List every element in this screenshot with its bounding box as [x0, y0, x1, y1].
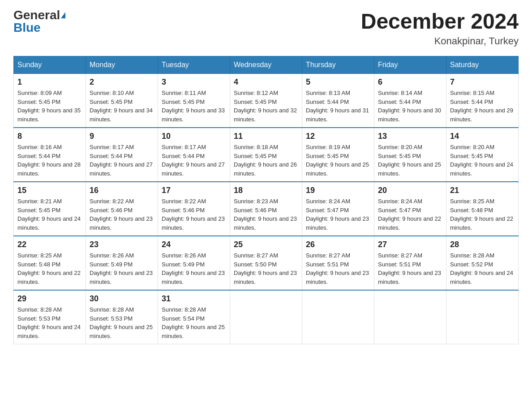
calendar-header-row: SundayMondayTuesdayWednesdayThursdayFrid… [14, 56, 519, 74]
day-number: 9 [90, 132, 154, 141]
day-info: Sunrise: 8:26 AMSunset: 5:49 PMDaylight:… [162, 251, 226, 286]
calendar-day-cell: 4Sunrise: 8:12 AMSunset: 5:45 PMDaylight… [230, 74, 302, 128]
day-info: Sunrise: 8:27 AMSunset: 5:51 PMDaylight:… [306, 251, 370, 286]
day-number: 28 [450, 240, 515, 249]
calendar-week-row: 15Sunrise: 8:21 AMSunset: 5:45 PMDayligh… [14, 182, 519, 236]
calendar-day-cell: 11Sunrise: 8:18 AMSunset: 5:45 PMDayligh… [230, 128, 302, 182]
day-number: 4 [234, 77, 298, 87]
calendar-day-cell: 31Sunrise: 8:28 AMSunset: 5:54 PMDayligh… [158, 290, 230, 344]
day-number: 22 [17, 240, 82, 249]
calendar-day-cell: 22Sunrise: 8:25 AMSunset: 5:48 PMDayligh… [14, 236, 86, 290]
weekday-header: Wednesday [230, 56, 302, 74]
day-info: Sunrise: 8:22 AMSunset: 5:46 PMDaylight:… [90, 197, 154, 232]
calendar-day-cell: 21Sunrise: 8:25 AMSunset: 5:48 PMDayligh… [446, 182, 519, 236]
logo-triangle-icon [61, 12, 65, 18]
day-info: Sunrise: 8:11 AMSunset: 5:45 PMDaylight:… [162, 89, 226, 124]
day-number: 11 [234, 132, 298, 141]
day-number: 29 [17, 294, 82, 304]
calendar-week-row: 29Sunrise: 8:28 AMSunset: 5:53 PMDayligh… [14, 290, 519, 344]
day-number: 10 [162, 132, 226, 141]
day-info: Sunrise: 8:22 AMSunset: 5:46 PMDaylight:… [162, 197, 226, 232]
location-subtitle: Konakpinar, Turkey [361, 35, 519, 47]
day-info: Sunrise: 8:24 AMSunset: 5:47 PMDaylight:… [306, 197, 370, 232]
calendar-day-cell: 19Sunrise: 8:24 AMSunset: 5:47 PMDayligh… [302, 182, 374, 236]
day-info: Sunrise: 8:21 AMSunset: 5:45 PMDaylight:… [17, 197, 82, 232]
day-number: 7 [450, 77, 515, 87]
day-number: 19 [306, 186, 370, 195]
calendar-day-cell: 13Sunrise: 8:20 AMSunset: 5:45 PMDayligh… [374, 128, 446, 182]
day-number: 18 [234, 186, 298, 195]
day-info: Sunrise: 8:17 AMSunset: 5:44 PMDaylight:… [162, 143, 226, 178]
day-number: 13 [378, 132, 442, 141]
calendar-day-cell: 25Sunrise: 8:27 AMSunset: 5:50 PMDayligh… [230, 236, 302, 290]
day-number: 3 [162, 77, 226, 87]
day-info: Sunrise: 8:28 AMSunset: 5:54 PMDaylight:… [162, 305, 226, 340]
day-info: Sunrise: 8:25 AMSunset: 5:48 PMDaylight:… [17, 251, 82, 286]
calendar-day-cell: 9Sunrise: 8:17 AMSunset: 5:44 PMDaylight… [86, 128, 158, 182]
weekday-header: Monday [86, 56, 158, 74]
day-info: Sunrise: 8:28 AMSunset: 5:52 PMDaylight:… [450, 251, 515, 286]
day-info: Sunrise: 8:15 AMSunset: 5:44 PMDaylight:… [450, 89, 515, 124]
weekday-header: Thursday [302, 56, 374, 74]
calendar-day-cell: 24Sunrise: 8:26 AMSunset: 5:49 PMDayligh… [158, 236, 230, 290]
day-number: 21 [450, 186, 515, 195]
calendar-day-cell: 14Sunrise: 8:20 AMSunset: 5:45 PMDayligh… [446, 128, 519, 182]
calendar-day-cell: 20Sunrise: 8:24 AMSunset: 5:47 PMDayligh… [374, 182, 446, 236]
day-info: Sunrise: 8:10 AMSunset: 5:45 PMDaylight:… [90, 89, 154, 124]
calendar-day-cell [230, 290, 302, 344]
calendar-week-row: 8Sunrise: 8:16 AMSunset: 5:44 PMDaylight… [14, 128, 519, 182]
calendar-table: SundayMondayTuesdayWednesdayThursdayFrid… [13, 56, 519, 344]
logo-blue-text: Blue [13, 21, 41, 34]
day-number: 2 [90, 77, 154, 87]
logo-general-text: General [13, 9, 60, 21]
day-info: Sunrise: 8:20 AMSunset: 5:45 PMDaylight:… [450, 143, 515, 178]
calendar-day-cell: 12Sunrise: 8:19 AMSunset: 5:45 PMDayligh… [302, 128, 374, 182]
calendar-day-cell: 17Sunrise: 8:22 AMSunset: 5:46 PMDayligh… [158, 182, 230, 236]
calendar-day-cell: 30Sunrise: 8:28 AMSunset: 5:53 PMDayligh… [86, 290, 158, 344]
title-section: December 2024 Konakpinar, Turkey [361, 9, 519, 47]
calendar-day-cell: 3Sunrise: 8:11 AMSunset: 5:45 PMDaylight… [158, 74, 230, 128]
calendar-day-cell: 28Sunrise: 8:28 AMSunset: 5:52 PMDayligh… [446, 236, 519, 290]
calendar-day-cell [374, 290, 446, 344]
day-info: Sunrise: 8:26 AMSunset: 5:49 PMDaylight:… [90, 251, 154, 286]
weekday-header: Saturday [446, 56, 519, 74]
logo: General Blue [13, 9, 65, 34]
weekday-header: Friday [374, 56, 446, 74]
day-info: Sunrise: 8:19 AMSunset: 5:45 PMDaylight:… [306, 143, 370, 178]
day-info: Sunrise: 8:27 AMSunset: 5:51 PMDaylight:… [378, 251, 442, 286]
day-info: Sunrise: 8:28 AMSunset: 5:53 PMDaylight:… [90, 305, 154, 340]
day-number: 14 [450, 132, 515, 141]
page-header: General Blue December 2024 Konakpinar, T… [13, 9, 519, 47]
calendar-day-cell: 8Sunrise: 8:16 AMSunset: 5:44 PMDaylight… [14, 128, 86, 182]
day-info: Sunrise: 8:23 AMSunset: 5:46 PMDaylight:… [234, 197, 298, 232]
calendar-day-cell: 15Sunrise: 8:21 AMSunset: 5:45 PMDayligh… [14, 182, 86, 236]
day-info: Sunrise: 8:09 AMSunset: 5:45 PMDaylight:… [17, 89, 82, 124]
day-number: 31 [162, 294, 226, 304]
day-number: 1 [17, 77, 82, 87]
calendar-week-row: 22Sunrise: 8:25 AMSunset: 5:48 PMDayligh… [14, 236, 519, 290]
calendar-day-cell: 23Sunrise: 8:26 AMSunset: 5:49 PMDayligh… [86, 236, 158, 290]
calendar-day-cell: 7Sunrise: 8:15 AMSunset: 5:44 PMDaylight… [446, 74, 519, 128]
day-info: Sunrise: 8:20 AMSunset: 5:45 PMDaylight:… [378, 143, 442, 178]
day-info: Sunrise: 8:28 AMSunset: 5:53 PMDaylight:… [17, 305, 82, 340]
day-info: Sunrise: 8:24 AMSunset: 5:47 PMDaylight:… [378, 197, 442, 232]
day-info: Sunrise: 8:12 AMSunset: 5:45 PMDaylight:… [234, 89, 298, 124]
calendar-day-cell: 18Sunrise: 8:23 AMSunset: 5:46 PMDayligh… [230, 182, 302, 236]
day-number: 12 [306, 132, 370, 141]
day-number: 5 [306, 77, 370, 87]
day-number: 25 [234, 240, 298, 249]
day-info: Sunrise: 8:17 AMSunset: 5:44 PMDaylight:… [90, 143, 154, 178]
day-number: 23 [90, 240, 154, 249]
day-info: Sunrise: 8:25 AMSunset: 5:48 PMDaylight:… [450, 197, 515, 232]
day-info: Sunrise: 8:14 AMSunset: 5:44 PMDaylight:… [378, 89, 442, 124]
calendar-day-cell: 29Sunrise: 8:28 AMSunset: 5:53 PMDayligh… [14, 290, 86, 344]
calendar-day-cell: 6Sunrise: 8:14 AMSunset: 5:44 PMDaylight… [374, 74, 446, 128]
calendar-day-cell: 1Sunrise: 8:09 AMSunset: 5:45 PMDaylight… [14, 74, 86, 128]
calendar-day-cell: 5Sunrise: 8:13 AMSunset: 5:44 PMDaylight… [302, 74, 374, 128]
day-number: 30 [90, 294, 154, 304]
day-info: Sunrise: 8:13 AMSunset: 5:44 PMDaylight:… [306, 89, 370, 124]
day-info: Sunrise: 8:16 AMSunset: 5:44 PMDaylight:… [17, 143, 82, 178]
day-number: 26 [306, 240, 370, 249]
day-number: 24 [162, 240, 226, 249]
day-number: 8 [17, 132, 82, 141]
